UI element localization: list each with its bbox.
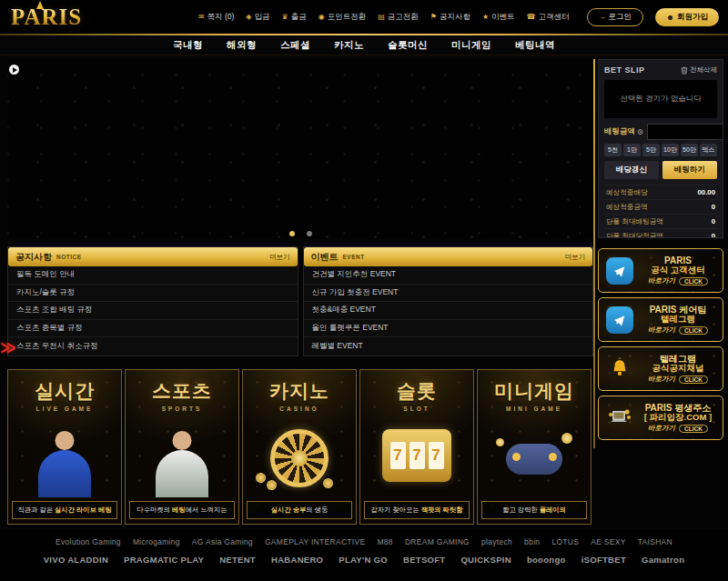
nav-casino[interactable]: 카지노 [334,39,364,52]
menu-item-deposit[interactable]: ◈입금 [246,12,269,23]
game-cards-row: 실시간 LIVE GAME 직관과 같은 실시간 라이브 베팅 스포츠 SPOR… [7,369,593,525]
quick-amount-chips: 5천 1만 5만 10만 50만 맥스 [604,144,717,156]
notice-item[interactable]: 스포츠 우천시 취소규정 [8,337,298,356]
footer: Evolution Gaming Microgaming AG Asia Gam… [0,530,728,581]
bell-icon [602,357,637,381]
card-subtitle: MINI GAME [478,406,591,412]
eiffel-tower-icon [36,1,44,9]
menu-item-messages[interactable]: ✉쪽지 (0) [198,12,234,23]
event-item[interactable]: 레벨별 EVENT [304,337,593,356]
menu-item-support[interactable]: ☎고객센터 [527,12,570,23]
carousel-dot-active[interactable] [289,231,295,236]
provider-logo: HABANERO [271,555,323,565]
event-item[interactable]: 올인 룰렛쿠폰 EVENT [304,320,593,338]
card-subtitle: SLOT [360,406,473,412]
login-button[interactable]: →로그인 [587,8,644,26]
menu-label: 포인트전환 [328,12,367,23]
card-title: 실시간 [8,378,121,404]
clear-all-button[interactable]: 전체삭제 [681,65,717,75]
menu-item-notice[interactable]: ⚑공지사항 [430,12,470,23]
menu-label: 쪽지 (0) [207,12,235,23]
card-casino[interactable]: 카지노 CASINO 실시간 승부의 생동 [242,369,357,525]
chip-100k[interactable]: 10만 [662,144,679,156]
event-star-icon: ★ [482,14,489,21]
empty-slip-message: 선택된 경기가 없습니다 [604,80,717,118]
telegram-icon [606,306,633,334]
safe-convert-icon: ▤ [378,14,385,21]
card-minigame[interactable]: 미니게임 MINI GAME 짧고 강력한 플레이의 [477,369,592,525]
notice-title-eng: NOTICE [56,254,82,260]
signup-button[interactable]: ☻회원가입 [655,8,719,26]
notice-item[interactable]: 필독 도메인 안내 [8,266,298,285]
bet-amount-input[interactable] [647,124,723,140]
banner-official-support[interactable]: PARIS 공식 고객센터 바로가기CLICK [598,248,723,293]
info-row: 단폴 최대당첨금액0 [604,228,717,238]
banner-line2: 텔레그램 [637,315,719,325]
click-badge[interactable]: CLICK [679,376,708,384]
page: PARIS ✉쪽지 (0) ◈입금 ♛출금 ◉포인트전환 ▤금고전환 ⚑공지사항… [0,0,728,581]
card-caption: 짧고 강력한 플레이의 [481,501,587,519]
nav-minigame[interactable]: 미니게임 [451,39,491,52]
banner-notice-channel[interactable]: 텔레그램 공식공지채널 바로가기CLICK [598,346,723,391]
card-title: 미니게임 [478,378,591,404]
card-title: 슬롯 [360,378,473,404]
side-expand-chevron[interactable]: ≫ [0,340,16,356]
provider-logo: PRAGMATIC PLAY [124,555,204,565]
card-sports[interactable]: 스포츠 SPORTS 다수마켓의 베팅에서 느껴지는 [125,369,239,525]
notice-item[interactable]: 카지노/슬롯 규정 [8,285,298,303]
chip-50k[interactable]: 5만 [642,144,660,156]
card-live-game[interactable]: 실시간 LIVE GAME 직관과 같은 실시간 라이브 베팅 [7,369,122,525]
chip-5k[interactable]: 5천 [604,144,622,156]
banner-carousel[interactable] [7,59,593,239]
banner-permanent-address[interactable]: PARIS 평생주소 [ 파리입장.COM ] 바로가기CLICK [598,396,723,440]
notice-item[interactable]: 스포츠 조합 배팅 규정 [8,302,298,320]
refresh-odds-button[interactable]: 배당갱신 [604,161,659,179]
chip-max[interactable]: 맥스 [700,144,717,156]
menu-item-withdraw[interactable]: ♛출금 [282,12,307,23]
provider-logo: Microgaming [133,537,180,546]
chip-10k[interactable]: 1만 [623,144,641,156]
card-subtitle: CASINO [243,406,356,412]
point-convert-icon: ◉ [318,14,325,21]
nav-slot[interactable]: 슬롯머신 [388,39,428,52]
banner-care-team[interactable]: PARIS 케어팀 텔레그램 바로가기CLICK [598,297,723,342]
menu-item-safe-convert[interactable]: ▤금고전환 [378,12,419,23]
main-content: 공지사항 NOTICE 더보기 필독 도메인 안내 카지노/슬롯 규정 스포츠 … [0,55,728,525]
event-panel: 이벤트 EVENT 더보기 건건별 지인추천 EVENT 신규 가입 첫충전 E… [303,246,594,356]
place-bet-button[interactable]: 배팅하기 [662,161,717,179]
click-badge[interactable]: CLICK [679,326,708,335]
card-slot[interactable]: 슬롯 SLOT 777 갑자기 찾아오는 잭팟의 짜릿함 [359,369,474,525]
play-icon[interactable] [9,65,19,75]
nav-bet-history[interactable]: 베팅내역 [515,39,555,52]
menu-item-event[interactable]: ★이벤트 [482,12,515,23]
card-subtitle: LIVE GAME [8,406,121,412]
boards-row: 공지사항 NOTICE 더보기 필독 도메인 안내 카지노/슬롯 규정 스포츠 … [7,246,593,356]
event-item[interactable]: 신규 가입 첫충전 EVENT [304,285,593,303]
card-caption: 직관과 같은 실시간 라이브 베팅 [12,501,117,519]
event-more-button[interactable]: 더보기 [565,253,586,262]
click-badge[interactable]: CLICK [679,425,708,433]
card-title: 카지노 [243,378,356,404]
provider-logo: LOTUS [551,537,579,546]
event-header: 이벤트 EVENT 더보기 [304,247,593,266]
menu-label: 금고전환 [388,12,419,23]
nav-domestic[interactable]: 국내형 [173,39,203,52]
notice-more-button[interactable]: 더보기 [269,253,290,262]
provider-logo: GAMEPLAY INTERACTIVE [265,537,366,546]
carousel-dots [7,231,593,236]
click-badge[interactable]: CLICK [679,277,708,285]
chip-500k[interactable]: 50만 [681,144,698,156]
notice-panel: 공지사항 NOTICE 더보기 필독 도메인 안내 카지노/슬롯 규정 스포츠 … [7,246,298,356]
top-menu: ✉쪽지 (0) ◈입금 ♛출금 ◉포인트전환 ▤금고전환 ⚑공지사항 ★이벤트 … [198,8,719,26]
nav-special[interactable]: 스페셜 [280,39,310,52]
paris-logo[interactable]: PARIS [9,5,82,30]
event-item[interactable]: 건건별 지인추천 EVENT [304,266,593,285]
nav-overseas[interactable]: 해외형 [227,39,257,52]
notice-item[interactable]: 스포츠 종목별 규정 [8,320,298,338]
provider-logo: TAISHAN [638,537,672,546]
laptop-icon [602,407,637,429]
carousel-dot[interactable] [307,231,312,236]
menu-item-point-convert[interactable]: ◉포인트전환 [318,12,366,23]
go-label: 바로가기 [648,376,675,384]
event-item[interactable]: 첫충&매충 EVENT [304,302,593,320]
